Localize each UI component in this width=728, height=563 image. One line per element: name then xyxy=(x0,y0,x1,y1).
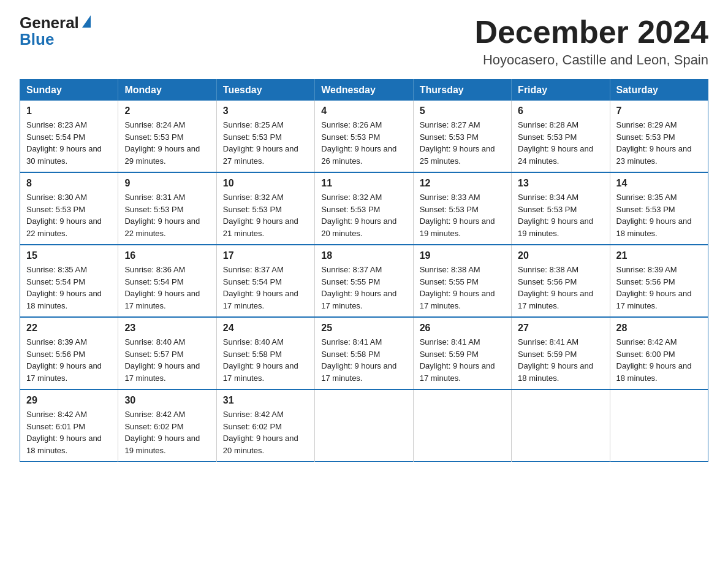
table-row: 8Sunrise: 8:30 AMSunset: 5:53 PMDaylight… xyxy=(20,172,118,245)
day-number: 16 xyxy=(124,250,210,261)
table-row: 10Sunrise: 8:32 AMSunset: 5:53 PMDayligh… xyxy=(216,172,314,245)
table-row: 3Sunrise: 8:25 AMSunset: 5:53 PMDaylight… xyxy=(216,101,314,172)
day-number: 18 xyxy=(321,250,406,261)
table-row: 27Sunrise: 8:41 AMSunset: 5:59 PMDayligh… xyxy=(512,317,610,389)
table-row xyxy=(413,389,511,462)
day-number: 28 xyxy=(616,323,702,334)
table-row: 11Sunrise: 8:32 AMSunset: 5:53 PMDayligh… xyxy=(315,172,413,245)
col-wednesday: Wednesday xyxy=(315,80,413,101)
table-row: 23Sunrise: 8:40 AMSunset: 5:57 PMDayligh… xyxy=(118,317,216,389)
day-info: Sunrise: 8:42 AMSunset: 6:02 PMDaylight:… xyxy=(124,410,200,455)
table-row: 26Sunrise: 8:41 AMSunset: 5:59 PMDayligh… xyxy=(413,317,511,389)
day-number: 23 xyxy=(124,323,210,334)
table-row xyxy=(512,389,610,462)
page-header: General Blue December 2024 Hoyocasero, C… xyxy=(20,15,708,68)
day-info: Sunrise: 8:42 AMSunset: 6:00 PMDaylight:… xyxy=(616,337,692,383)
day-number: 14 xyxy=(616,178,702,189)
day-number: 11 xyxy=(321,178,406,189)
table-row: 15Sunrise: 8:35 AMSunset: 5:54 PMDayligh… xyxy=(20,245,118,317)
day-number: 10 xyxy=(223,178,308,189)
calendar-week-row: 1Sunrise: 8:23 AMSunset: 5:54 PMDaylight… xyxy=(20,101,708,172)
day-info: Sunrise: 8:31 AMSunset: 5:53 PMDaylight:… xyxy=(124,193,200,238)
table-row xyxy=(315,389,413,462)
day-number: 9 xyxy=(124,178,210,189)
calendar-week-row: 15Sunrise: 8:35 AMSunset: 5:54 PMDayligh… xyxy=(20,245,708,317)
day-info: Sunrise: 8:41 AMSunset: 5:59 PMDaylight:… xyxy=(518,337,593,383)
col-friday: Friday xyxy=(512,80,610,101)
calendar-week-row: 29Sunrise: 8:42 AMSunset: 6:01 PMDayligh… xyxy=(20,389,708,462)
day-number: 7 xyxy=(616,105,702,117)
day-info: Sunrise: 8:37 AMSunset: 5:54 PMDaylight:… xyxy=(223,265,298,310)
table-row: 24Sunrise: 8:40 AMSunset: 5:58 PMDayligh… xyxy=(216,317,314,389)
logo-triangle-icon xyxy=(82,15,91,28)
day-info: Sunrise: 8:42 AMSunset: 6:01 PMDaylight:… xyxy=(26,410,102,455)
day-info: Sunrise: 8:35 AMSunset: 5:54 PMDaylight:… xyxy=(26,265,102,310)
day-number: 6 xyxy=(518,105,603,117)
day-info: Sunrise: 8:33 AMSunset: 5:53 PMDaylight:… xyxy=(420,193,495,238)
table-row: 5Sunrise: 8:27 AMSunset: 5:53 PMDaylight… xyxy=(413,101,511,172)
table-row: 25Sunrise: 8:41 AMSunset: 5:58 PMDayligh… xyxy=(315,317,413,389)
calendar-week-row: 8Sunrise: 8:30 AMSunset: 5:53 PMDaylight… xyxy=(20,172,708,245)
col-tuesday: Tuesday xyxy=(216,80,314,101)
day-number: 21 xyxy=(616,250,702,261)
day-number: 13 xyxy=(518,178,603,189)
day-number: 29 xyxy=(26,395,112,406)
table-row: 9Sunrise: 8:31 AMSunset: 5:53 PMDaylight… xyxy=(118,172,216,245)
day-info: Sunrise: 8:28 AMSunset: 5:53 PMDaylight:… xyxy=(518,120,593,166)
table-row: 6Sunrise: 8:28 AMSunset: 5:53 PMDaylight… xyxy=(512,101,610,172)
day-info: Sunrise: 8:27 AMSunset: 5:53 PMDaylight:… xyxy=(420,120,495,166)
day-info: Sunrise: 8:32 AMSunset: 5:53 PMDaylight:… xyxy=(321,193,396,238)
day-number: 25 xyxy=(321,323,406,334)
table-row: 16Sunrise: 8:36 AMSunset: 5:54 PMDayligh… xyxy=(118,245,216,317)
table-row: 30Sunrise: 8:42 AMSunset: 6:02 PMDayligh… xyxy=(118,389,216,462)
day-info: Sunrise: 8:23 AMSunset: 5:54 PMDaylight:… xyxy=(26,120,102,166)
table-row: 28Sunrise: 8:42 AMSunset: 6:00 PMDayligh… xyxy=(610,317,708,389)
day-number: 20 xyxy=(518,250,603,261)
col-sunday: Sunday xyxy=(20,80,118,101)
day-info: Sunrise: 8:29 AMSunset: 5:53 PMDaylight:… xyxy=(616,120,692,166)
calendar-week-row: 22Sunrise: 8:39 AMSunset: 5:56 PMDayligh… xyxy=(20,317,708,389)
day-number: 19 xyxy=(420,250,505,261)
table-row: 7Sunrise: 8:29 AMSunset: 5:53 PMDaylight… xyxy=(610,101,708,172)
table-row: 19Sunrise: 8:38 AMSunset: 5:55 PMDayligh… xyxy=(413,245,511,317)
table-row: 4Sunrise: 8:26 AMSunset: 5:53 PMDaylight… xyxy=(315,101,413,172)
calendar-header-row: Sunday Monday Tuesday Wednesday Thursday… xyxy=(20,80,708,101)
day-number: 30 xyxy=(124,395,210,406)
logo: General Blue xyxy=(20,15,91,47)
day-info: Sunrise: 8:37 AMSunset: 5:55 PMDaylight:… xyxy=(321,265,396,310)
day-number: 17 xyxy=(223,250,308,261)
table-row: 21Sunrise: 8:39 AMSunset: 5:56 PMDayligh… xyxy=(610,245,708,317)
col-monday: Monday xyxy=(118,80,216,101)
day-info: Sunrise: 8:40 AMSunset: 5:57 PMDaylight:… xyxy=(124,337,200,383)
day-number: 15 xyxy=(26,250,112,261)
day-number: 8 xyxy=(26,178,112,189)
day-number: 31 xyxy=(223,395,308,406)
day-info: Sunrise: 8:39 AMSunset: 5:56 PMDaylight:… xyxy=(616,265,692,310)
table-row: 2Sunrise: 8:24 AMSunset: 5:53 PMDaylight… xyxy=(118,101,216,172)
table-row: 18Sunrise: 8:37 AMSunset: 5:55 PMDayligh… xyxy=(315,245,413,317)
calendar-subtitle: Hoyocasero, Castille and Leon, Spain xyxy=(474,52,708,68)
table-row: 17Sunrise: 8:37 AMSunset: 5:54 PMDayligh… xyxy=(216,245,314,317)
day-number: 27 xyxy=(518,323,603,334)
day-info: Sunrise: 8:41 AMSunset: 5:58 PMDaylight:… xyxy=(321,337,396,383)
day-number: 12 xyxy=(420,178,505,189)
day-info: Sunrise: 8:38 AMSunset: 5:55 PMDaylight:… xyxy=(420,265,495,310)
day-info: Sunrise: 8:30 AMSunset: 5:53 PMDaylight:… xyxy=(26,193,102,238)
day-info: Sunrise: 8:24 AMSunset: 5:53 PMDaylight:… xyxy=(124,120,200,166)
col-saturday: Saturday xyxy=(610,80,708,101)
logo-blue: Blue xyxy=(20,31,54,47)
calendar-table: Sunday Monday Tuesday Wednesday Thursday… xyxy=(20,79,708,462)
day-info: Sunrise: 8:34 AMSunset: 5:53 PMDaylight:… xyxy=(518,193,593,238)
day-number: 3 xyxy=(223,105,308,117)
day-info: Sunrise: 8:25 AMSunset: 5:53 PMDaylight:… xyxy=(223,120,298,166)
day-number: 5 xyxy=(420,105,505,117)
table-row: 29Sunrise: 8:42 AMSunset: 6:01 PMDayligh… xyxy=(20,389,118,462)
logo-general: General xyxy=(20,15,79,31)
table-row: 20Sunrise: 8:38 AMSunset: 5:56 PMDayligh… xyxy=(512,245,610,317)
title-block: December 2024 Hoyocasero, Castille and L… xyxy=(474,15,708,68)
day-number: 4 xyxy=(321,105,406,117)
table-row: 14Sunrise: 8:35 AMSunset: 5:53 PMDayligh… xyxy=(610,172,708,245)
table-row: 12Sunrise: 8:33 AMSunset: 5:53 PMDayligh… xyxy=(413,172,511,245)
table-row: 31Sunrise: 8:42 AMSunset: 6:02 PMDayligh… xyxy=(216,389,314,462)
calendar-title: December 2024 xyxy=(474,15,708,50)
